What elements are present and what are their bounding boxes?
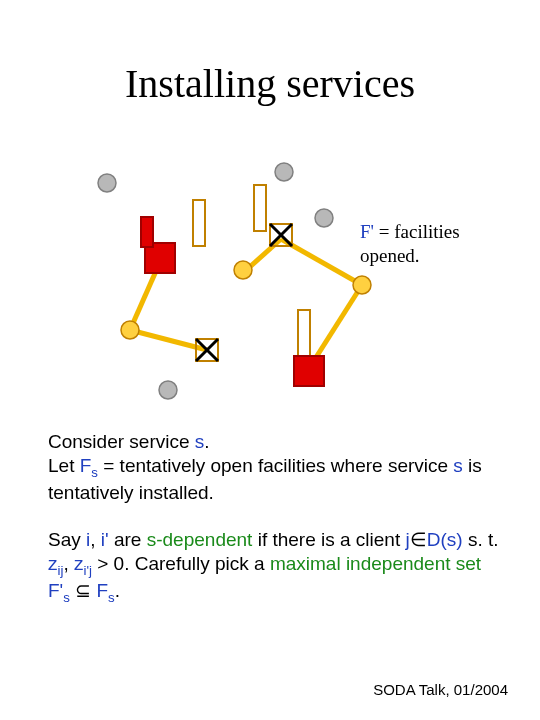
p1-eq: = tentatively open facilities where serv… [98,455,453,476]
p2-sdep: s-dependent [147,529,253,550]
svg-point-14 [159,381,177,399]
p2-zij: zij [48,553,63,574]
p2-say: Say [48,529,86,550]
p2-ziprimej: zi'j [74,553,92,574]
p1-text: Consider service [48,431,195,452]
svg-rect-10 [294,356,324,386]
p1-Fs: Fs [80,455,98,476]
p2-st: s. t. [463,529,499,550]
svg-line-3 [281,239,362,285]
p2-if: if there is a client [252,529,405,550]
svg-point-16 [234,261,252,279]
p2-are: are [109,529,147,550]
legend-fprime: F' = facilities [360,221,460,242]
p2-c2: , [63,553,74,574]
svg-rect-7 [298,310,310,356]
opened-facility-group [141,217,324,386]
svg-point-13 [315,209,333,227]
slide-footer: SODA Talk, 01/2004 [373,681,508,698]
paragraph-1: Consider service s. Let Fs = tentatively… [48,430,500,505]
svg-point-11 [98,174,116,192]
p2-in: ∈ [410,529,427,550]
p2-Ds: D(s) [427,529,463,550]
p1-let: Let [48,455,80,476]
legend-fprime-line2: opened. [360,245,420,266]
slide-title: Installing services [0,60,540,107]
facility-diagram: F' = facilities opened. [50,140,490,400]
p1-s1: s [195,431,205,452]
svg-point-17 [353,276,371,294]
p2-gt0: > 0. Carefully pick a [92,553,270,574]
paragraph-2: Say i, i' are s-dependent if there is a … [48,528,500,607]
svg-rect-9 [141,217,153,247]
svg-rect-5 [193,200,205,246]
p1-dot1: . [204,431,209,452]
p2-Fps: F's [48,580,70,601]
svg-rect-6 [254,185,266,231]
p1-s2: s [453,455,463,476]
p2-mis: maximal independent set [270,553,481,574]
svg-point-12 [275,163,293,181]
svg-point-15 [121,321,139,339]
p2-sub: ⊆ [70,580,97,601]
p2-iprime: i' [101,529,109,550]
p2-dot: . [115,580,120,601]
p2-Fs2: Fs [96,580,114,601]
p2-c1: , [90,529,101,550]
